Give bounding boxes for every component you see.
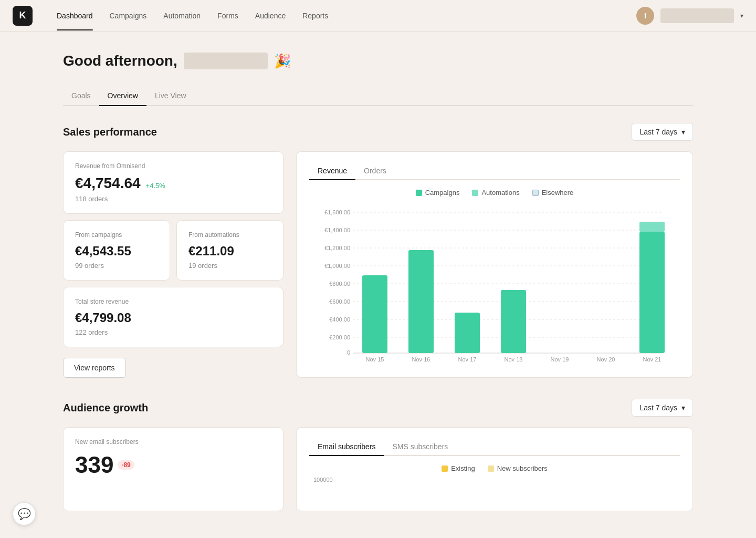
- greeting-text: Good afternoon,: [63, 53, 177, 69]
- campaigns-orders: 99 orders: [75, 262, 158, 270]
- new-subscribers-badge: -89: [118, 460, 134, 470]
- sales-chart: Revenue Orders Campaigns Automations Els…: [296, 151, 693, 378]
- greeting-emoji: 🎉: [274, 53, 291, 69]
- logo[interactable]: K: [13, 6, 33, 26]
- new-subscribers-dot: [488, 465, 494, 472]
- chevron-down-icon[interactable]: ▾: [740, 12, 743, 19]
- new-subscribers-label: New email subscribers: [75, 438, 271, 446]
- sales-section-header: Sales performance Last 7 days ▾: [63, 123, 693, 141]
- nav-link-automation[interactable]: Automation: [156, 7, 208, 24]
- audience-chart: Email subscribers SMS subscribers Existi…: [296, 427, 693, 511]
- tab-overview[interactable]: Overview: [99, 86, 146, 105]
- view-reports-button[interactable]: View reports: [63, 358, 126, 378]
- audience-period-label: Last 7 days: [639, 404, 677, 412]
- svg-text:€200.00: €200.00: [329, 334, 350, 340]
- audience-chart-tabs: Email subscribers SMS subscribers: [309, 438, 680, 456]
- audience-period-dropdown[interactable]: Last 7 days ▾: [632, 399, 693, 417]
- new-subscribers-card: New email subscribers 339 -89: [63, 427, 284, 511]
- sales-chart-svg-wrap: €1,600.00 €1,400.00 €1,200.00 €1,000.00 …: [309, 205, 680, 365]
- tab-orders[interactable]: Orders: [355, 162, 395, 179]
- svg-text:0: 0: [347, 349, 350, 356]
- total-revenue-card: Total store revenue €4,799.08 122 orders: [63, 287, 284, 347]
- svg-rect-20: [455, 313, 480, 353]
- tab-live-view[interactable]: Live View: [146, 86, 195, 105]
- legend-new-subscribers: New subscribers: [488, 464, 548, 472]
- sales-period-label: Last 7 days: [639, 128, 677, 136]
- svg-rect-18: [362, 275, 387, 353]
- avatar: I: [636, 7, 654, 25]
- chat-button[interactable]: 💬: [13, 502, 36, 525]
- svg-text:€600.00: €600.00: [329, 298, 350, 305]
- revenue-change: +4.5%: [146, 182, 165, 190]
- tab-sms-subscribers[interactable]: SMS subscribers: [384, 438, 456, 455]
- revenue-value: €4,754.64: [75, 175, 141, 192]
- nav-link-reports[interactable]: Reports: [295, 7, 335, 24]
- total-revenue-label: Total store revenue: [75, 298, 271, 305]
- automations-value: €211.09: [188, 244, 271, 258]
- svg-rect-23: [639, 222, 665, 232]
- logo-icon: K: [19, 10, 26, 21]
- nav-link-audience[interactable]: Audience: [248, 7, 293, 24]
- elsewhere-dot: [532, 190, 539, 196]
- total-revenue-value: €4,799.08: [75, 311, 271, 325]
- automations-dot: [472, 190, 478, 196]
- tab-email-subscribers[interactable]: Email subscribers: [309, 438, 384, 455]
- svg-text:€1,400.00: €1,400.00: [324, 227, 350, 233]
- svg-rect-22: [639, 232, 665, 353]
- chevron-down-icon: ▾: [681, 128, 685, 136]
- legend-automations: Automations: [472, 189, 519, 196]
- svg-text:€1,200.00: €1,200.00: [324, 245, 350, 251]
- svg-rect-19: [408, 250, 434, 353]
- chart-legend: Campaigns Automations Elsewhere: [309, 189, 680, 196]
- existing-dot: [442, 465, 448, 472]
- svg-text:Nov 18: Nov 18: [505, 356, 523, 363]
- revenue-chart-svg: €1,600.00 €1,400.00 €1,200.00 €1,000.00 …: [309, 205, 680, 363]
- sales-period-dropdown[interactable]: Last 7 days ▾: [632, 123, 693, 141]
- audience-title: Audience growth: [63, 402, 148, 414]
- nav-link-campaigns[interactable]: Campaigns: [102, 7, 154, 24]
- navbar: K DashboardCampaignsAutomationFormsAudie…: [0, 0, 756, 32]
- svg-rect-21: [501, 290, 526, 353]
- chat-icon: 💬: [18, 508, 31, 520]
- chevron-down-icon: ▾: [681, 404, 685, 412]
- nav-user-name: [660, 8, 734, 23]
- tab-revenue[interactable]: Revenue: [309, 162, 355, 179]
- campaigns-card: From campaigns €4,543.55 99 orders: [63, 220, 170, 281]
- nav-link-forms[interactable]: Forms: [210, 7, 246, 24]
- automations-card: From automations €211.09 19 orders: [176, 220, 284, 281]
- automations-legend-label: Automations: [481, 189, 519, 196]
- greeting-name-placeholder: [184, 53, 268, 69]
- existing-legend-label: Existing: [451, 464, 475, 472]
- svg-text:Nov 19: Nov 19: [551, 356, 569, 363]
- revenue-label: Revenue from Omnisend: [75, 162, 271, 170]
- audience-growth-section: Audience growth Last 7 days ▾ New email …: [63, 399, 693, 511]
- svg-text:Nov 15: Nov 15: [366, 356, 384, 363]
- svg-text:Nov 17: Nov 17: [458, 356, 477, 363]
- revenue-orders: 118 orders: [75, 195, 271, 203]
- tab-goals[interactable]: Goals: [63, 86, 99, 105]
- nav-link-dashboard[interactable]: Dashboard: [49, 7, 100, 24]
- new-subscribers-legend-label: New subscribers: [497, 464, 548, 472]
- greeting-section: Good afternoon, 🎉: [63, 53, 693, 69]
- legend-existing: Existing: [442, 464, 475, 472]
- audience-section-header: Audience growth Last 7 days ▾: [63, 399, 693, 417]
- campaigns-value: €4,543.55: [75, 244, 158, 258]
- automations-orders: 19 orders: [188, 262, 271, 270]
- svg-text:€1,000.00: €1,000.00: [324, 263, 350, 269]
- campaigns-legend-label: Campaigns: [425, 189, 460, 196]
- legend-elsewhere: Elsewhere: [532, 189, 574, 196]
- svg-text:€800.00: €800.00: [329, 281, 350, 287]
- campaigns-dot: [416, 190, 422, 196]
- chart-tabs: Revenue Orders: [309, 162, 680, 180]
- nav-links: DashboardCampaignsAutomationFormsAudienc…: [49, 7, 636, 24]
- audience-grid: New email subscribers 339 -89 Email subs…: [63, 427, 693, 511]
- sales-title: Sales performance: [63, 126, 157, 138]
- metrics-col: Revenue from Omnisend €4,754.64 +4.5% 11…: [63, 151, 284, 378]
- svg-text:€1,600.00: €1,600.00: [324, 209, 350, 215]
- main-content: Good afternoon, 🎉 GoalsOverviewLive View…: [42, 32, 714, 538]
- automations-label: From automations: [188, 231, 271, 239]
- legend-campaigns: Campaigns: [416, 189, 460, 196]
- svg-text:Nov 16: Nov 16: [412, 356, 430, 363]
- svg-text:Nov 20: Nov 20: [597, 356, 615, 363]
- total-orders: 122 orders: [75, 328, 271, 336]
